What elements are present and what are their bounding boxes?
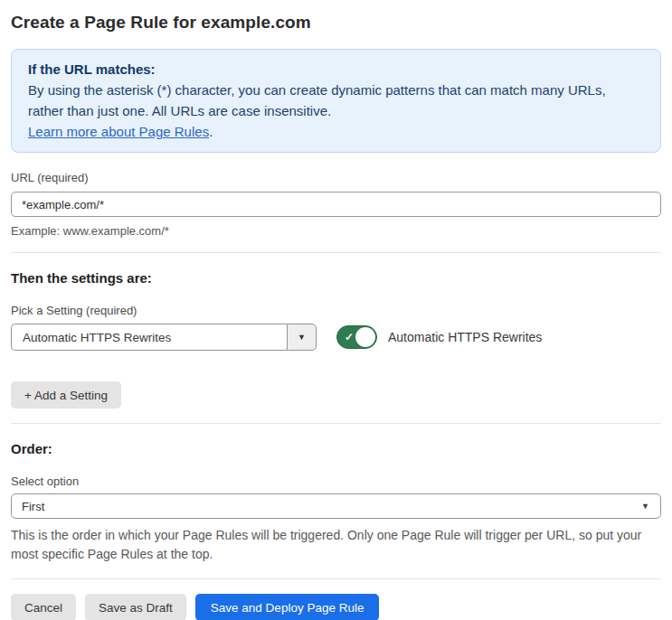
url-input[interactable] — [11, 192, 661, 217]
add-setting-button[interactable]: + Add a Setting — [11, 381, 121, 409]
info-box-link-line: Learn more about Page Rules. — [28, 121, 644, 142]
save-and-deploy-button[interactable]: Save and Deploy Page Rule — [195, 594, 380, 620]
create-page-rule-form: Create a Page Rule for example.com If th… — [0, 0, 672, 620]
order-select[interactable]: First ▼ — [11, 493, 661, 519]
order-select-value: First — [22, 500, 44, 513]
order-section-heading: Order: — [11, 441, 661, 456]
save-as-draft-button[interactable]: Save as Draft — [85, 594, 186, 620]
setting-combobox: Automatic HTTPS Rewrites ▼ — [11, 324, 317, 351]
info-box-heading: If the URL matches: — [28, 59, 644, 80]
learn-more-link[interactable]: Learn more about Page Rules — [28, 124, 209, 139]
url-example-helper: Example: www.example.com/* — [11, 224, 661, 238]
info-box-body: By using the asterisk (*) character, you… — [28, 80, 644, 121]
divider — [11, 578, 661, 579]
chevron-down-icon: ▼ — [298, 333, 306, 342]
setting-row: Automatic HTTPS Rewrites ▼ ✓ Automatic H… — [11, 324, 661, 351]
chevron-down-icon: ▼ — [641, 502, 649, 511]
order-select-label: Select option — [11, 474, 661, 488]
cancel-button[interactable]: Cancel — [11, 594, 76, 620]
url-matches-info-box: If the URL matches: By using the asteris… — [11, 49, 661, 153]
order-helper-text: This is the order in which your Page Rul… — [11, 526, 661, 564]
setting-toggle[interactable]: ✓ — [336, 325, 377, 349]
setting-toggle-label: Automatic HTTPS Rewrites — [388, 330, 542, 344]
setting-combobox-value[interactable]: Automatic HTTPS Rewrites — [11, 324, 287, 351]
link-suffix: . — [209, 124, 213, 139]
url-field-label: URL (required) — [11, 171, 661, 184]
check-icon: ✓ — [345, 332, 354, 343]
setting-dropdown-button[interactable]: ▼ — [287, 324, 317, 351]
footer-actions: Cancel Save as Draft Save and Deploy Pag… — [11, 594, 661, 620]
page-title: Create a Page Rule for example.com — [11, 13, 661, 33]
divider — [11, 423, 661, 424]
divider — [11, 252, 661, 253]
toggle-knob — [355, 327, 375, 347]
settings-section-heading: Then the settings are: — [11, 270, 661, 286]
pick-setting-label: Pick a Setting (required) — [11, 304, 661, 317]
